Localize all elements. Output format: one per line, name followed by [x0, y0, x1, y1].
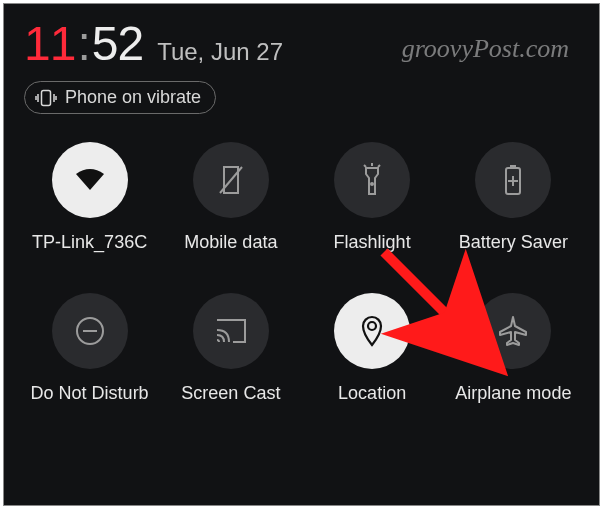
svg-point-12: [368, 322, 376, 330]
do-not-disturb-label: Do Not Disturb: [31, 383, 149, 404]
quick-settings-grid: TP-Link_736C Mobile data: [24, 142, 579, 404]
screen-cast-tile[interactable]: Screen Cast: [165, 293, 296, 404]
clock: 11 : 52: [24, 16, 143, 71]
airplane-mode-tile[interactable]: Airplane mode: [448, 293, 579, 404]
vibrate-mode-button[interactable]: Phone on vibrate: [24, 81, 216, 114]
flashlight-label: Flashlight: [334, 232, 411, 253]
clock-colon: :: [77, 16, 89, 71]
airplane-icon: [475, 293, 551, 369]
location-pin-icon: [334, 293, 410, 369]
sim-off-icon: [193, 142, 269, 218]
screen-cast-label: Screen Cast: [181, 383, 280, 404]
battery-saver-tile[interactable]: Battery Saver: [448, 142, 579, 253]
wifi-tile[interactable]: TP-Link_736C: [24, 142, 155, 253]
dnd-icon: [52, 293, 128, 369]
clock-minute: 52: [92, 16, 143, 71]
location-tile[interactable]: Location: [307, 293, 438, 404]
date-text: Tue, Jun 27: [157, 38, 283, 66]
battery-saver-label: Battery Saver: [459, 232, 568, 253]
mobile-data-label: Mobile data: [184, 232, 277, 253]
wifi-label: TP-Link_736C: [32, 232, 147, 253]
vibrate-label: Phone on vibrate: [65, 87, 201, 108]
vibrate-icon: [35, 89, 57, 107]
cast-icon: [193, 293, 269, 369]
airplane-mode-label: Airplane mode: [455, 383, 571, 404]
status-top-line: 11 : 52 Tue, Jun 27: [24, 16, 579, 71]
svg-rect-0: [42, 90, 51, 105]
battery-plus-icon: [475, 142, 551, 218]
svg-line-4: [364, 165, 366, 167]
svg-rect-7: [510, 165, 516, 168]
flashlight-tile[interactable]: Flashlight: [307, 142, 438, 253]
svg-line-5: [378, 165, 380, 167]
wifi-icon: [52, 142, 128, 218]
clock-hour: 11: [24, 16, 75, 71]
quick-settings-panel: groovyPost.com 11 : 52 Tue, Jun 27 Phone…: [3, 3, 600, 506]
mobile-data-tile[interactable]: Mobile data: [165, 142, 296, 253]
location-label: Location: [338, 383, 406, 404]
do-not-disturb-tile[interactable]: Do Not Disturb: [24, 293, 155, 404]
flashlight-icon: [334, 142, 410, 218]
